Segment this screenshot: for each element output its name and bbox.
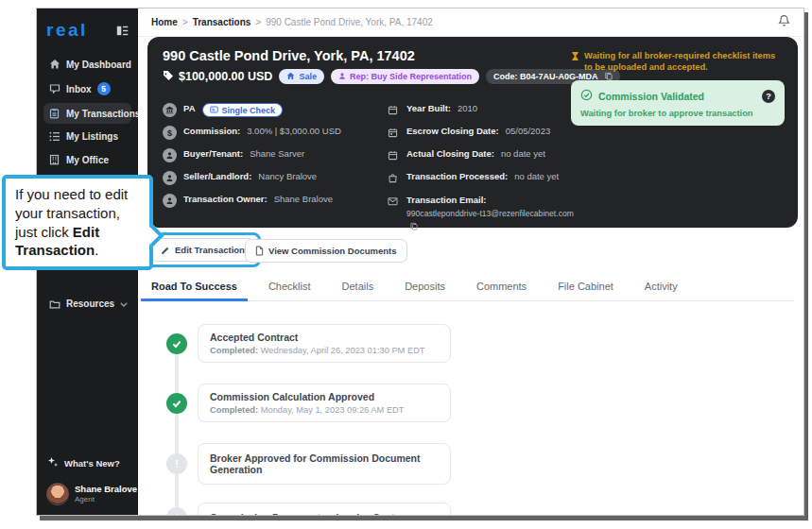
timeline-step-accepted-contract: Accepted Contract Completed: Wednesday, … <box>166 324 478 363</box>
help-icon[interactable]: ? <box>762 90 775 103</box>
bank-icon <box>163 103 177 117</box>
single-check-badge: Single Check <box>202 103 284 117</box>
transaction-email-value: 990castleponddrive-t13@rezenfilecabinet.… <box>406 209 574 218</box>
view-commission-documents-button[interactable]: View Commission Documents <box>245 239 407 263</box>
calendar-icon <box>386 103 400 117</box>
sidebar-item-my-office[interactable]: My Office <box>43 149 131 170</box>
broker-checklist-warning: Waiting for all broker-required checklis… <box>571 50 785 73</box>
document-icon <box>255 246 264 256</box>
person-icon <box>338 72 346 82</box>
inbox-unread-badge: 5 <box>97 82 111 95</box>
mail-icon <box>386 194 400 208</box>
sidebar-item-label: Inbox <box>66 84 92 94</box>
sparkle-icon <box>47 456 59 469</box>
pencil-icon <box>161 246 170 255</box>
pending-icon: ! <box>166 507 187 516</box>
breadcrumb: Home > Transactions > 990 Castle Pond Dr… <box>151 17 433 27</box>
tab-road-to-success[interactable]: Road To Success <box>151 281 237 292</box>
person-icon <box>163 171 177 185</box>
sidebar-item-label: Resources <box>66 299 114 309</box>
tooltip-text: If you need to edit your transaction, ju… <box>15 186 128 240</box>
office-icon <box>48 154 60 165</box>
listings-icon <box>48 131 60 142</box>
whats-new-link[interactable]: What's New? <box>43 451 131 475</box>
real-logo: real <box>46 20 88 41</box>
avatar <box>46 483 69 505</box>
transaction-summary-card: 990 Castle Pond Drive, York, PA, 17402 $… <box>147 37 798 228</box>
user-role: Agent <box>75 495 137 503</box>
main-content: Home > Transactions > 990 Castle Pond Dr… <box>138 9 803 515</box>
tab-file-cabinet[interactable]: File Cabinet <box>558 281 613 292</box>
status-subtitle: Waiting for broker to approve transactio… <box>580 109 775 118</box>
timeline-step-broker-approved: ! Broker Approved for Commission Documen… <box>166 443 478 485</box>
user-profile[interactable]: Shane Bralove Agent ⋮ <box>43 475 131 507</box>
breadcrumb-transactions[interactable]: Transactions <box>193 17 251 27</box>
whats-new-label: What's New? <box>64 458 120 469</box>
edit-transaction-button[interactable]: Edit Transaction <box>150 238 255 262</box>
person-icon <box>163 148 177 162</box>
user-name: Shane Bralove <box>75 485 137 495</box>
sidebar-item-label: My Transactions <box>66 109 140 119</box>
road-to-success-timeline: Accepted Contract Completed: Wednesday, … <box>166 324 478 516</box>
status-title: Commission Validated <box>598 91 704 102</box>
tag-icon <box>163 70 174 84</box>
notifications-bell-icon[interactable] <box>778 14 790 31</box>
tab-details[interactable]: Details <box>342 281 374 292</box>
check-card-icon <box>210 106 218 115</box>
topbar: Home > Transactions > 990 Castle Pond Dr… <box>138 9 803 37</box>
transaction-address-title: 990 Castle Pond Drive, York, PA, 17402 <box>163 48 415 63</box>
timeline-step-commission-approved: Commission Calculation Approved Complete… <box>166 384 478 422</box>
breadcrumb-current: 990 Castle Pond Drive, York, PA, 17402 <box>266 17 433 27</box>
folder-icon <box>48 299 60 309</box>
person-icon <box>163 194 177 208</box>
transactions-icon <box>48 108 60 119</box>
check-circle-icon <box>166 393 187 414</box>
check-circle-icon <box>166 333 187 354</box>
representation-badge: Rep: Buy Side Representation <box>331 69 479 84</box>
calendar-icon <box>386 126 400 140</box>
breadcrumb-separator: > <box>255 17 261 27</box>
price: $100,000.00 USD <box>163 70 272 84</box>
sidebar-item-inbox[interactable]: Inbox 5 <box>43 77 131 100</box>
tab-bar: Road To Success Checklist Details Deposi… <box>151 281 794 301</box>
home-icon <box>48 59 60 70</box>
inbox-icon <box>48 83 60 94</box>
bag-icon <box>386 171 400 185</box>
sidebar-item-label: My Dashboard <box>66 60 131 70</box>
sidebar-item-my-dashboard[interactable]: My Dashboard <box>43 54 131 75</box>
breadcrumb-home[interactable]: Home <box>151 17 178 27</box>
breadcrumb-separator: > <box>182 17 188 27</box>
sale-badge: Sale <box>279 69 324 84</box>
tab-checklist[interactable]: Checklist <box>268 281 311 292</box>
state-value: PA <box>183 103 196 113</box>
edit-transaction-tooltip: If you need to edit your transaction, ju… <box>2 175 153 270</box>
chevron-down-icon <box>120 299 128 309</box>
copy-icon[interactable] <box>410 222 418 232</box>
sidebar-item-label: My Listings <box>66 131 118 142</box>
calendar-icon <box>386 148 400 162</box>
sidebar-item-label: My Office <box>66 155 109 165</box>
tab-comments[interactable]: Comments <box>476 281 527 292</box>
tab-activity[interactable]: Activity <box>645 281 678 292</box>
check-circle-icon <box>580 88 593 105</box>
hourglass-icon <box>571 51 579 73</box>
commission-validated-box: Commission Validated ? Waiting for broke… <box>571 80 785 126</box>
pending-icon: ! <box>166 453 187 474</box>
collapse-menu-icon[interactable] <box>116 26 129 36</box>
timeline-step-invoice-sent: ! Commission Document or Invoice Sent <box>166 503 478 516</box>
sidebar-item-resources[interactable]: Resources <box>43 294 131 314</box>
house-icon <box>286 72 295 82</box>
sidebar-item-my-transactions[interactable]: My Transactions <box>43 103 131 124</box>
sidebar-item-my-listings[interactable]: My Listings <box>43 127 131 146</box>
dollar-icon: $ <box>163 126 177 140</box>
tab-deposits[interactable]: Deposits <box>405 281 445 292</box>
